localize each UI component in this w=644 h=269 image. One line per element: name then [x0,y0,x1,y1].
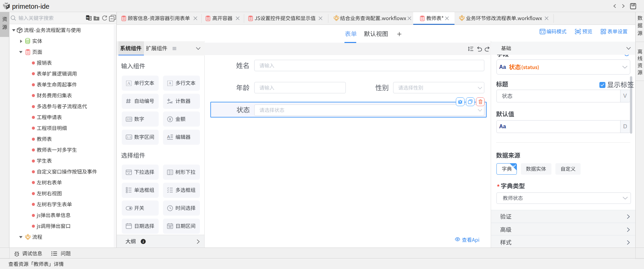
svg-text:1~3: 1~3 [127,136,131,139]
svg-text:A: A [169,81,171,85]
svg-text:123: 123 [126,118,131,121]
svg-text:A: A [167,134,170,139]
svg-text:A: A [127,81,130,86]
svg-text:in: in [87,16,89,19]
